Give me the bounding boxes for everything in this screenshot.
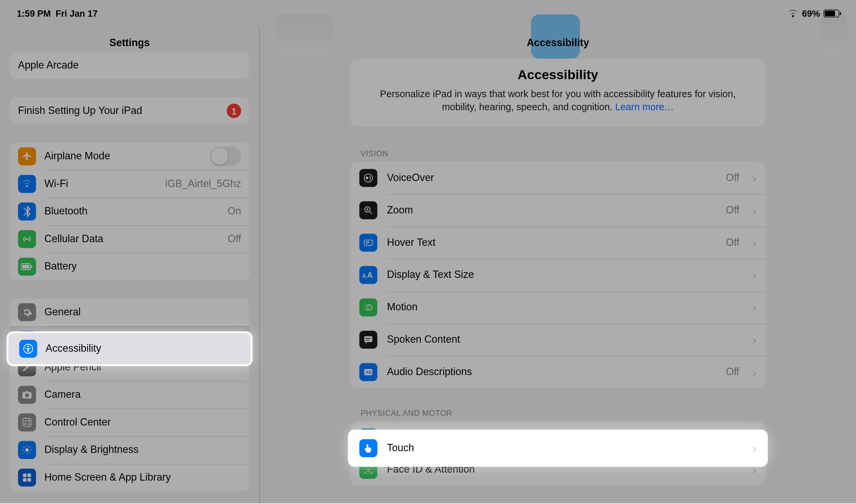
sidebar-item-wifi[interactable]: Wi-Fi iGB_Airtel_5Ghz [10,170,250,198]
row-audio-descriptions[interactable]: AD Audio Descriptions Off › [350,356,766,389]
row-label: Spoken Content [387,334,743,346]
row-label: Audio Descriptions [387,366,716,378]
sidebar-item-cellular[interactable]: Cellular Data Off [10,226,250,253]
svg-text:AD: AD [365,371,372,375]
section-header-vision: VISION [360,149,766,158]
row-zoom[interactable]: Zoom Off › [350,194,766,227]
row-display-text-size[interactable]: AA Display & Text Size › [350,259,766,291]
sidebar-item-apple-arcade[interactable]: Apple Arcade [10,51,250,79]
svg-rect-24 [365,338,371,339]
svg-point-28 [366,469,367,470]
sidebar-item-value: On [227,205,241,217]
detail-nav-title: Accessibility [260,37,856,49]
svg-text:A: A [362,273,366,279]
chevron-right-icon: › [752,172,756,184]
chevron-right-icon: › [752,442,756,454]
battery-icon [18,257,36,275]
chevron-right-icon: › [752,302,756,313]
svg-point-29 [369,469,370,470]
sidebar-item-airplane-mode[interactable]: Airplane Mode [10,143,250,170]
sidebar-item-label: Finish Setting Up Your iPad [18,105,142,117]
sidebar-item-label: Camera [45,389,81,401]
sidebar-item-value: Off [228,233,241,245]
sidebar-item-label: Apple Arcade [18,59,79,71]
zoom-icon [359,201,377,219]
highlight-touch: Touch › [350,432,766,465]
camera-icon [18,386,36,404]
svg-rect-1 [22,265,30,269]
intro-text: Personalize iPad in ways that work best … [364,88,752,113]
chevron-right-icon: › [752,269,756,281]
text-size-icon: AA [359,266,377,284]
svg-text:A: A [367,271,373,280]
row-label: Touch [387,442,743,454]
sidebar-item-general[interactable]: General [10,298,250,326]
row-value: Off [726,172,739,184]
row-value: Off [726,204,739,216]
sidebar-item-control-center[interactable]: Control Center [10,409,250,436]
audio-descriptions-icon: AD [359,363,377,381]
wifi-icon [18,175,36,193]
sidebar-item-home-screen[interactable]: Home Screen & App Library [10,464,250,492]
svg-rect-7 [28,420,30,421]
status-bar: 1:59 PM Fri Jan 17 69% [0,0,856,26]
svg-rect-8 [24,423,27,425]
voiceover-icon [359,169,377,187]
svg-point-9 [28,423,30,425]
chevron-right-icon: › [752,204,756,216]
section-header-physical: PHYSICAL AND MOTOR [360,409,766,418]
detail-pane: Accessibility Accessibility Personalize … [260,0,856,503]
battery-icon [824,10,839,17]
airplane-toggle[interactable] [210,147,241,166]
chevron-right-icon: › [752,334,756,346]
badge-count: 1 [227,104,241,118]
gear-icon [18,303,36,321]
bluetooth-icon [18,202,36,220]
brightness-icon [18,441,36,459]
sidebar-item-label: Wi-Fi [45,178,68,190]
sidebar-item-value: iGB_Airtel_5Ghz [165,178,241,190]
sidebar-item-label: Accessibility [46,343,101,355]
status-time: 1:59 PM [17,8,51,18]
spoken-content-icon [359,331,377,349]
intro-text-body: Personalize iPad in ways that work best … [380,89,736,112]
row-label: Hover Text [387,237,716,249]
sidebar-title: Settings [0,37,259,49]
hover-text-icon [359,234,377,252]
chevron-right-icon: › [752,366,756,378]
airplane-icon [18,147,36,165]
intro-title: Accessibility [364,67,752,83]
sidebar-item-battery[interactable]: Battery [10,253,250,281]
sidebar-item-camera[interactable]: Camera [10,381,250,409]
row-voiceover[interactable]: VoiceOver Off › [350,162,766,194]
status-date: Fri Jan 17 [55,8,98,18]
learn-more-link[interactable]: Learn more… [615,102,674,111]
sidebar-item-label: Cellular Data [45,233,103,245]
svg-point-16 [365,177,368,179]
sidebar-item-finish-setup[interactable]: Finish Setting Up Your iPad 1 [10,97,250,125]
svg-point-10 [25,448,29,452]
row-value: Off [726,237,739,249]
svg-point-6 [25,420,27,422]
row-label: VoiceOver [387,172,716,184]
row-label: Zoom [387,204,716,216]
sidebar-item-label: Airplane Mode [45,150,110,162]
row-spoken-content[interactable]: Spoken Content › [350,324,766,356]
sidebar-item-label: Home Screen & App Library [45,472,171,484]
svg-rect-2 [31,266,32,268]
battery-percent: 69% [802,8,820,18]
sidebar-item-bluetooth[interactable]: Bluetooth On [10,198,250,226]
svg-point-31 [28,346,29,347]
control-center-icon [18,413,36,432]
sidebar-item-label: General [45,306,81,318]
sidebar-item-display-brightness[interactable]: Display & Brightness [10,436,250,464]
svg-rect-13 [23,478,27,482]
intro-card: Accessibility Personalize iPad in ways t… [350,59,766,127]
sidebar-item-label: Battery [45,260,77,272]
sidebar-item-label: Bluetooth [45,205,88,217]
svg-rect-5 [23,418,31,427]
row-motion[interactable]: Motion › [350,291,766,324]
row-hover-text[interactable]: Hover Text Off › [350,227,766,259]
sidebar-item-label: Display & Brightness [45,444,138,456]
settings-sidebar: Settings Apple Arcade Finish Setting Up … [0,0,259,503]
